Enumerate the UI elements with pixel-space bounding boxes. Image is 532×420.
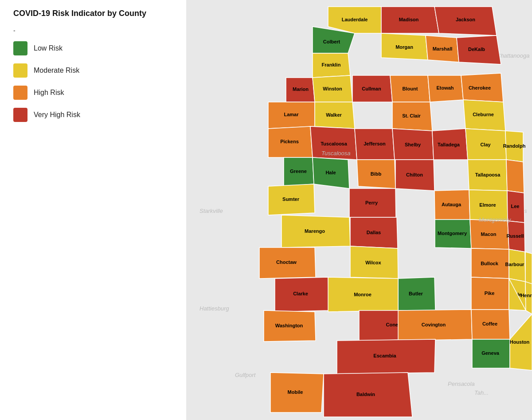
- legend-item-moderate: Moderate Risk: [13, 63, 173, 78]
- legend-panel: COVID-19 Risk Indicator by County - Low …: [0, 0, 186, 420]
- county-tallapoosa[interactable]: [468, 160, 507, 191]
- bg-label-chattanooga: Chattanooga: [497, 52, 529, 59]
- county-pickens[interactable]: [268, 126, 313, 157]
- county-lauderdale[interactable]: [328, 7, 381, 33]
- high-risk-swatch: [13, 86, 27, 100]
- legend-dash: -: [13, 27, 173, 34]
- very-high-risk-label: Very High Risk: [34, 111, 80, 119]
- legend-item-high: High Risk: [13, 86, 173, 100]
- county-clay[interactable]: [466, 129, 506, 160]
- county-perry[interactable]: [349, 188, 396, 217]
- county-stclair[interactable]: [392, 102, 432, 131]
- county-dallas[interactable]: [350, 217, 398, 248]
- county-barbour[interactable]: [509, 249, 525, 282]
- county-butler[interactable]: [398, 277, 435, 310]
- very-high-risk-swatch: [13, 108, 27, 122]
- county-autauga[interactable]: [434, 190, 470, 220]
- county-pike[interactable]: [471, 277, 509, 310]
- county-houston[interactable]: [510, 314, 532, 370]
- bg-label-starkville: Starkville: [200, 208, 223, 214]
- legend-item-very-high: Very High Risk: [13, 108, 173, 122]
- county-morgan[interactable]: [381, 33, 428, 60]
- county-winston[interactable]: [313, 75, 352, 102]
- county-wilcox[interactable]: [350, 246, 398, 279]
- county-walker[interactable]: [315, 102, 355, 129]
- county-barbour-e[interactable]: [525, 252, 532, 284]
- county-randolph[interactable]: [505, 131, 523, 162]
- county-etowah[interactable]: [428, 75, 463, 102]
- county-chambers[interactable]: [506, 160, 524, 193]
- county-baldwin[interactable]: [324, 373, 412, 417]
- legend-item-low: Low Risk: [13, 41, 173, 55]
- county-shelby[interactable]: [392, 129, 434, 160]
- county-coffee[interactable]: [471, 310, 510, 339]
- county-macon[interactable]: [470, 220, 509, 249]
- county-covington[interactable]: [398, 310, 472, 341]
- county-greene[interactable]: [284, 157, 314, 186]
- county-chilton[interactable]: [395, 160, 434, 191]
- county-cullman[interactable]: [352, 75, 392, 102]
- bg-label-montgomery-city: Montgomery: [479, 216, 512, 223]
- county-bullock[interactable]: [471, 248, 509, 279]
- county-cleburne[interactable]: [463, 100, 505, 131]
- county-blount[interactable]: [390, 75, 430, 102]
- county-mobile[interactable]: [270, 373, 324, 412]
- bg-label-tuscaloosa-city: Tuscaloosa: [321, 150, 351, 157]
- county-jackson[interactable]: [434, 7, 497, 35]
- county-marengo[interactable]: [282, 215, 350, 247]
- bg-label-gulfport: Gulfport: [235, 372, 256, 378]
- county-geneva[interactable]: [472, 339, 510, 368]
- county-montgomery[interactable]: [435, 220, 471, 248]
- bg-label-tallahassee: Tah...: [474, 389, 489, 396]
- county-choctaw[interactable]: [259, 247, 316, 279]
- county-madison[interactable]: [381, 7, 439, 33]
- bg-label-hattiesburg: Hattiesburg: [200, 305, 229, 312]
- bg-label-pensacola: Pensacola: [448, 381, 475, 387]
- high-risk-label: High Risk: [34, 89, 64, 97]
- county-marshall[interactable]: [426, 35, 459, 62]
- low-risk-label: Low Risk: [34, 44, 63, 52]
- moderate-risk-swatch: [13, 63, 27, 78]
- county-cherokee[interactable]: [461, 73, 503, 102]
- county-marion[interactable]: [286, 78, 315, 102]
- county-franklin[interactable]: [313, 53, 350, 78]
- county-dekalb[interactable]: [457, 35, 501, 64]
- county-talladega[interactable]: [432, 129, 468, 160]
- county-escambia[interactable]: [337, 339, 435, 374]
- county-washington[interactable]: [264, 310, 316, 341]
- county-lamar[interactable]: [268, 102, 315, 129]
- county-russell[interactable]: [508, 221, 525, 252]
- county-jefferson[interactable]: [355, 129, 395, 160]
- county-hale[interactable]: [313, 157, 349, 188]
- county-sumter[interactable]: [268, 184, 315, 215]
- map-panel: Starkville Hattiesburg Gulfport Pensacol…: [186, 0, 532, 420]
- county-henry[interactable]: [525, 282, 532, 314]
- moderate-risk-label: Moderate Risk: [34, 67, 79, 75]
- county-bibb[interactable]: [357, 160, 395, 188]
- low-risk-swatch: [13, 41, 27, 55]
- map-title: COVID-19 Risk Indicator by County: [13, 9, 173, 18]
- county-monroe[interactable]: [328, 277, 398, 312]
- county-clarke[interactable]: [275, 277, 329, 312]
